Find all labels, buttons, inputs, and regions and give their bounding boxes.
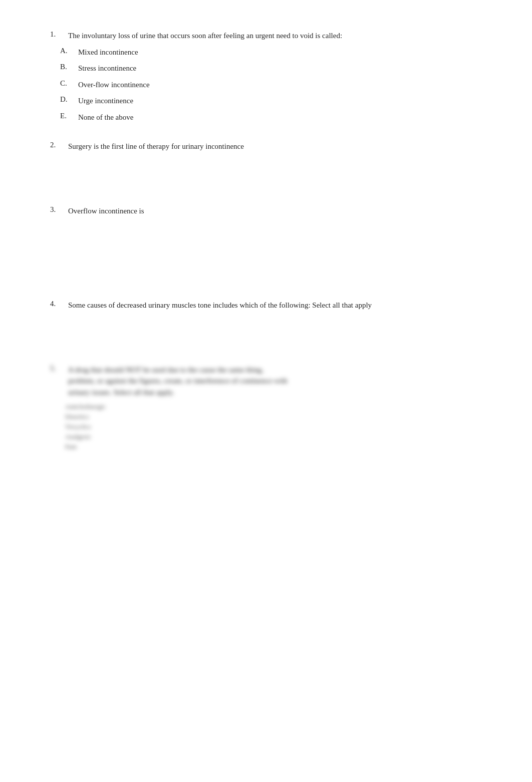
option-1d-text: Urge incontinence — [78, 95, 492, 107]
question-5: 5. A drug that should NOT be used due to… — [50, 364, 492, 451]
question-1-number: 1. — [50, 30, 68, 39]
question-5-line3: urinary issues. Select all that apply. — [68, 388, 174, 396]
question-5-options: Anticholinergic Diuretics Tricyclics Ana… — [60, 403, 492, 451]
question-5-number: 5. — [50, 364, 68, 373]
option-1e-text: None of the above — [78, 112, 492, 123]
option-1c-text: Over-flow incontinence — [78, 79, 492, 91]
question-1-text: The involuntary loss of urine that occur… — [68, 30, 492, 42]
option-1e: E. None of the above — [60, 112, 492, 123]
blurred-item-5: Pain — [65, 443, 492, 451]
question-2-text: Surgery is the first line of therapy for… — [68, 141, 492, 152]
option-1d-letter: D. — [60, 95, 78, 104]
option-1b-text: Stress incontinence — [78, 63, 492, 74]
option-1c-letter: C. — [60, 79, 78, 88]
question-3-text: Overflow incontinence is — [68, 205, 492, 217]
option-1b-letter: B. — [60, 63, 78, 71]
option-1a-text: Mixed incontinence — [78, 47, 492, 58]
option-1a-letter: A. — [60, 47, 78, 55]
question-5-body: A drug that should NOT be used due to th… — [68, 364, 492, 398]
option-1c: C. Over-flow incontinence — [60, 79, 492, 91]
option-1d: D. Urge incontinence — [60, 95, 492, 107]
question-4: 4. Some causes of decreased urinary musc… — [50, 300, 492, 346]
question-4-text: Some causes of decreased urinary muscles… — [68, 300, 492, 311]
blurred-item-1: Anticholinergic — [65, 403, 492, 411]
question-2-number: 2. — [50, 141, 68, 149]
option-1a: A. Mixed incontinence — [60, 47, 492, 58]
option-1b: B. Stress incontinence — [60, 63, 492, 74]
question-4-number: 4. — [50, 300, 68, 308]
question-3: 3. Overflow incontinence is — [50, 205, 492, 282]
option-1e-letter: E. — [60, 112, 78, 120]
question-5-line2: problem, or against the figures, create,… — [68, 377, 288, 385]
blurred-item-2: Diuretics — [65, 413, 492, 421]
blurred-item-4: Analgesic — [65, 433, 492, 441]
question-1: 1. The involuntary loss of urine that oc… — [50, 30, 492, 123]
question-5-line1: A drug that should NOT be used due to th… — [68, 366, 263, 374]
question-3-number: 3. — [50, 205, 68, 214]
blurred-item-3: Tricyclics — [65, 423, 492, 431]
question-2: 2. Surgery is the first line of therapy … — [50, 141, 492, 187]
